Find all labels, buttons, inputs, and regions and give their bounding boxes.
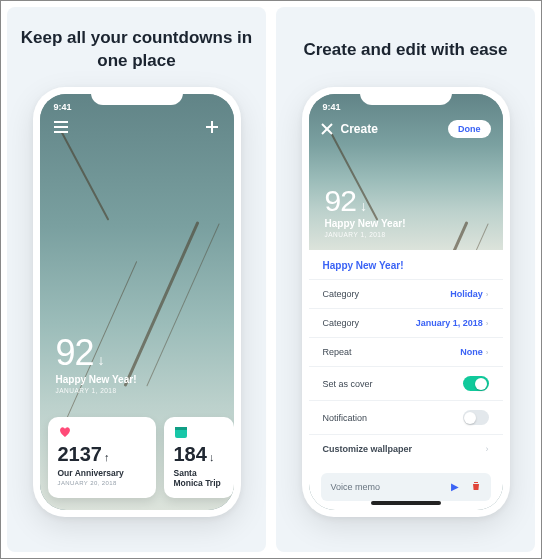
- row-label: Notification: [323, 413, 368, 423]
- arrow-down-icon: ↓: [209, 451, 215, 463]
- preview-date: JANUARY 1, 2018: [325, 231, 406, 238]
- row-label: Customize wallpaper: [323, 444, 413, 454]
- arrow-down-icon: ↓: [98, 352, 104, 368]
- promo-panel-create: Create and edit with ease 9:41 Create Do…: [276, 7, 535, 552]
- card-title: Our Anniversary: [58, 468, 146, 478]
- play-icon[interactable]: ▶: [451, 481, 459, 493]
- preview-number: 92: [325, 184, 356, 218]
- row-value: January 1, 2018: [416, 318, 483, 328]
- voice-memo-label: Voice memo: [331, 482, 381, 492]
- row-label: Repeat: [323, 347, 352, 357]
- notch: [91, 87, 183, 105]
- menu-icon[interactable]: [54, 120, 70, 134]
- toggle-set-as-cover[interactable]: [463, 376, 489, 391]
- screen-create[interactable]: 9:41 Create Done 92 ↓: [309, 94, 503, 510]
- done-button[interactable]: Done: [448, 120, 491, 138]
- chevron-right-icon: ›: [486, 290, 489, 299]
- chevron-right-icon: ›: [486, 348, 489, 357]
- headline-left: Keep all your countdowns in one place: [15, 27, 258, 73]
- row-label: Category: [323, 318, 360, 328]
- row-label: Category: [323, 289, 360, 299]
- heart-icon: [58, 425, 72, 439]
- arrow-down-icon: ↓: [360, 198, 366, 214]
- main-event-title: Happy New Year!: [56, 374, 137, 385]
- home-indicator[interactable]: [371, 501, 441, 505]
- countdown-card[interactable]: 184 ↓ Santa Monica Trip: [164, 417, 234, 498]
- row-repeat[interactable]: Repeat None›: [309, 337, 503, 366]
- event-name-input[interactable]: Happy New Year!: [309, 250, 503, 279]
- card-date: JANUARY 20, 2018: [58, 480, 146, 486]
- arrow-up-icon: ↑: [104, 451, 110, 463]
- svg-rect-6: [175, 427, 187, 430]
- main-countdown-number: 92: [56, 332, 94, 374]
- countdown-card[interactable]: 2137 ↑ Our Anniversary JANUARY 20, 2018: [48, 417, 156, 498]
- card-title: Santa Monica Trip: [174, 468, 224, 488]
- toggle-notification[interactable]: [463, 410, 489, 425]
- page-title: Create: [341, 122, 378, 136]
- row-category[interactable]: Category Holiday›: [309, 279, 503, 308]
- headline-right: Create and edit with ease: [303, 27, 507, 73]
- row-value: Holiday: [450, 289, 483, 299]
- chevron-right-icon: ›: [486, 319, 489, 328]
- card-number: 2137: [58, 443, 103, 466]
- add-icon[interactable]: [204, 120, 220, 134]
- row-value: None: [460, 347, 483, 357]
- phone-mockup: 9:41 Create Done 92 ↓: [302, 87, 510, 517]
- status-time: 9:41: [323, 102, 341, 112]
- row-date[interactable]: Category January 1, 2018›: [309, 308, 503, 337]
- promo-panel-keep: Keep all your countdowns in one place 9:…: [7, 7, 266, 552]
- notch: [360, 87, 452, 105]
- row-set-as-cover: Set as cover: [309, 366, 503, 400]
- calendar-icon: [174, 425, 188, 439]
- preview-countdown: 92 ↓ Happy New Year! JANUARY 1, 2018: [325, 184, 406, 238]
- screen-overview[interactable]: 9:41 92 ↓ Happy New Year! JANUARY 1: [40, 94, 234, 510]
- status-time: 9:41: [54, 102, 72, 112]
- phone-mockup: 9:41 92 ↓ Happy New Year! JANUARY 1: [33, 87, 241, 517]
- main-event-date: JANUARY 1, 2018: [56, 387, 137, 394]
- chevron-right-icon: ›: [486, 444, 489, 454]
- voice-memo-bar: Voice memo ▶: [321, 473, 491, 501]
- main-countdown[interactable]: 92 ↓ Happy New Year! JANUARY 1, 2018: [56, 332, 137, 394]
- close-icon[interactable]: [321, 123, 333, 135]
- preview-title: Happy New Year!: [325, 218, 406, 229]
- trash-icon[interactable]: [471, 481, 481, 493]
- row-notification: Notification: [309, 400, 503, 434]
- row-customize-wallpaper[interactable]: Customize wallpaper ›: [309, 434, 503, 463]
- row-label: Set as cover: [323, 379, 373, 389]
- card-number: 184: [174, 443, 207, 466]
